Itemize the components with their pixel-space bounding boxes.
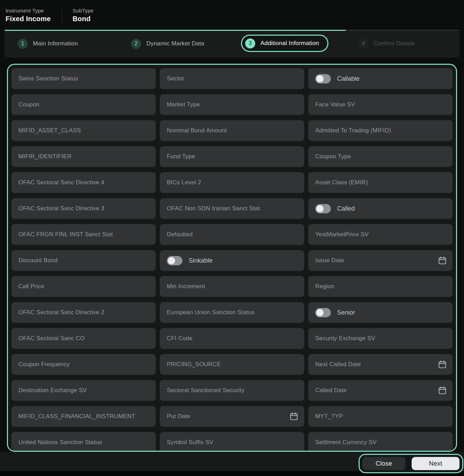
- toggle-label: Sinkable: [189, 257, 213, 264]
- field-placeholder: Face Value SV: [315, 101, 355, 108]
- input-field-discount-bond[interactable]: Discount Bond: [11, 250, 156, 271]
- toggle-knob: [316, 205, 324, 212]
- form-grid: Swiss Sanction StatusSectorCallableCoupo…: [8, 65, 456, 452]
- field-placeholder: OFAC Non SDN Iranian Sanct Stat: [167, 205, 260, 212]
- toggle-knob: [316, 309, 324, 316]
- field-placeholder: OFAC Sectoral Sanc Directive 3: [18, 205, 104, 212]
- step-additional-information[interactable]: 3 Additional Information: [241, 35, 328, 52]
- calendar-icon[interactable]: [438, 360, 447, 369]
- field-placeholder: Admitted To Trading (MIFID): [315, 127, 391, 134]
- input-field-coupon-type[interactable]: Coupon Type: [308, 146, 453, 167]
- input-field-mifid-asset-class[interactable]: MIFID_ASSET_CLASS: [11, 120, 156, 141]
- toggle-field-sinkable[interactable]: Sinkable: [160, 250, 304, 271]
- calendar-icon[interactable]: [438, 256, 447, 265]
- input-field-mifir-identifier[interactable]: MIFIR_IDENTIFIER: [11, 146, 156, 167]
- field-placeholder: Sector: [167, 75, 184, 82]
- field-placeholder: MIFID_ASSET_CLASS: [18, 127, 81, 134]
- field-placeholder: PRICING_SOURCE: [167, 361, 221, 368]
- input-field-ofac-sectoral-sanc-directive-4[interactable]: OFAC Sectoral Sanc Directive 4: [11, 172, 156, 193]
- field-placeholder: OFAC Sectoral Sanc Directive 2: [18, 309, 104, 316]
- input-field-pricing-source[interactable]: PRICING_SOURCE: [160, 354, 304, 375]
- next-button[interactable]: Next: [412, 457, 459, 470]
- input-field-ofac-sectoral-sanc-directive-3[interactable]: OFAC Sectoral Sanc Directive 3: [11, 198, 156, 219]
- step-2-number: 2: [131, 39, 141, 49]
- toggle-field-callable[interactable]: Callable: [308, 68, 453, 89]
- date-field-put-date[interactable]: Put Date: [160, 406, 304, 427]
- field-placeholder: OFAC Sectoral Sanc CO: [18, 335, 85, 342]
- calendar-icon[interactable]: [438, 386, 447, 395]
- step-confirm-details: 4 Confirm Details: [358, 30, 415, 58]
- input-field-swiss-sanction-status[interactable]: Swiss Sanction Status: [11, 68, 156, 89]
- input-field-sector[interactable]: Sector: [160, 68, 304, 89]
- date-field-called-date[interactable]: Called Date: [308, 380, 453, 401]
- toggle-switch[interactable]: [315, 74, 331, 83]
- instrument-type-group: Instrument Type Fixed Income: [6, 8, 51, 24]
- input-field-united-nations-sanction-status[interactable]: United Nations Sanction Status: [11, 432, 156, 452]
- input-field-defaulted[interactable]: Defaulted: [160, 224, 304, 245]
- input-field-security-exchange-sv[interactable]: Security Exchange SV: [308, 328, 453, 349]
- input-field-market-type[interactable]: Market Type: [160, 94, 304, 115]
- input-field-ofac-frgn-finl-inst-sanct-stat[interactable]: OFAC FRGN FINL INST Sanct Stat: [11, 224, 156, 245]
- step-3-label: Additional Information: [260, 40, 319, 47]
- input-field-face-value-sv[interactable]: Face Value SV: [308, 94, 453, 115]
- step-3-number: 3: [245, 38, 255, 49]
- calendar-icon[interactable]: [289, 412, 299, 421]
- toggle-switch[interactable]: [167, 256, 182, 265]
- input-field-coupon[interactable]: Coupon: [11, 94, 156, 115]
- input-field-cfi-code[interactable]: CFI Code: [160, 328, 304, 349]
- input-field-mifid-class-financial-instrument[interactable]: MIFID_CLASS_FINANCIAL_INSTRUMENT: [11, 406, 156, 427]
- input-field-destination-exchange-sv[interactable]: Destination Exchange SV: [11, 380, 156, 401]
- toggle-knob: [168, 257, 175, 264]
- input-field-coupon-frequency[interactable]: Coupon Frequency: [11, 354, 156, 375]
- toggle-knob: [316, 75, 324, 82]
- toggle-field-called[interactable]: Called: [308, 198, 453, 219]
- field-placeholder: Settlment Currency SV: [315, 439, 377, 446]
- field-placeholder: MYT_TYP: [315, 413, 343, 420]
- toggle-label: Callable: [337, 75, 360, 82]
- field-placeholder: Defaulted: [167, 231, 193, 238]
- step-2-label: Dynamic Market Data: [146, 40, 204, 47]
- step-dynamic-market-data[interactable]: 2 Dynamic Market Data: [131, 30, 204, 58]
- toggle-switch[interactable]: [315, 204, 331, 213]
- input-field-asset-class-emir[interactable]: Asset Class (EMIR): [308, 172, 453, 193]
- header-divider: [62, 9, 62, 24]
- input-field-yestmarketprice-sv[interactable]: YestMarketPrice SV: [308, 224, 453, 245]
- modal-header: Instrument Type Fixed Income SubType Bon…: [0, 0, 464, 24]
- input-field-symbol-suffix-sv[interactable]: Symbol Suffix SV: [160, 432, 304, 452]
- field-placeholder: Next Called Date: [315, 361, 361, 368]
- date-field-next-called-date[interactable]: Next Called Date: [308, 354, 453, 375]
- input-field-region[interactable]: Region: [308, 276, 453, 297]
- field-placeholder: MIFIR_IDENTIFIER: [18, 153, 71, 160]
- field-placeholder: Put Date: [167, 413, 190, 420]
- wizard-stepper: 1 Main Information 2 Dynamic Market Data…: [5, 30, 459, 58]
- field-placeholder: BICs Level 2: [167, 179, 201, 186]
- input-field-settlment-currency-sv[interactable]: Settlment Currency SV: [308, 432, 453, 452]
- toggle-field-senior[interactable]: Senior: [308, 302, 453, 323]
- field-placeholder: Called Date: [315, 387, 347, 394]
- toggle-switch[interactable]: [315, 308, 331, 317]
- date-field-issue-date[interactable]: Issue Date: [308, 250, 453, 271]
- field-placeholder: Region: [315, 283, 334, 290]
- input-field-admitted-to-trading-mifid[interactable]: Admitted To Trading (MIFID): [308, 120, 453, 141]
- input-field-myt-typ[interactable]: MYT_TYP: [308, 406, 453, 427]
- input-field-ofac-sectoral-sanc-co[interactable]: OFAC Sectoral Sanc CO: [11, 328, 156, 349]
- input-field-min-increment[interactable]: Min Increment: [160, 276, 304, 297]
- instrument-type-label: Instrument Type: [6, 8, 51, 14]
- subtype-label: SubType: [72, 8, 94, 14]
- field-placeholder: Fund Type: [167, 153, 195, 160]
- input-field-ofac-sectoral-sanc-directive-2[interactable]: OFAC Sectoral Sanc Directive 2: [11, 302, 156, 323]
- field-placeholder: Nominal Bond Amount: [167, 127, 227, 134]
- field-placeholder: European Union Sanction Status: [167, 309, 255, 316]
- close-button[interactable]: Close: [362, 457, 405, 470]
- step-4-number: 4: [358, 39, 368, 49]
- input-field-nominal-bond-amount[interactable]: Nominal Bond Amount: [160, 120, 304, 141]
- field-placeholder: CFI Code: [167, 335, 192, 342]
- input-field-call-price[interactable]: Call Price: [11, 276, 156, 297]
- step-main-information[interactable]: 1 Main Information: [18, 30, 78, 58]
- subtype-value: Bond: [72, 15, 94, 23]
- input-field-european-union-sanction-status[interactable]: European Union Sanction Status: [160, 302, 304, 323]
- input-field-ofac-non-sdn-iranian-sanct-stat[interactable]: OFAC Non SDN Iranian Sanct Stat: [160, 198, 304, 219]
- input-field-sectoral-sanctioned-security[interactable]: Sectoral Sanctioned Security: [160, 380, 304, 401]
- input-field-fund-type[interactable]: Fund Type: [160, 146, 304, 167]
- input-field-bics-level-2[interactable]: BICs Level 2: [160, 172, 304, 193]
